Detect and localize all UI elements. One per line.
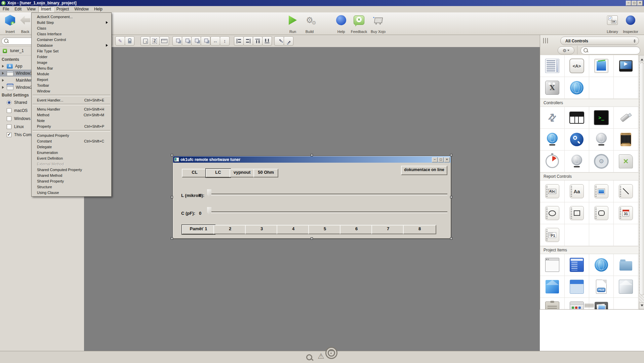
library-item-container-cube[interactable] [565,276,589,298]
menu-item-module[interactable]: Module [32,71,111,77]
library-item-report-picture[interactable] [589,180,614,202]
library-item-report-line[interactable] [614,180,638,202]
library-item-udp-socket[interactable] [589,129,614,151]
space-vertical-button[interactable] [284,36,293,46]
menu-item-class-interface[interactable]: Class Interface [32,31,111,37]
close-button[interactable]: ✕ [637,1,643,6]
library-item-report-label[interactable] [540,180,565,202]
library-item-network-connection[interactable] [565,151,589,172]
menu-item-container-control[interactable]: Container Control [32,37,111,42]
designed-window[interactable]: ok1ufc remote shortwave tuner ─▢✕ CLLCvy… [172,156,451,239]
pencil-button[interactable] [115,36,125,46]
maximize-button[interactable]: ▢ [438,157,444,162]
library-item-plugin[interactable] [540,77,565,99]
library-item-window-item[interactable] [540,254,565,276]
doc-online-button[interactable]: dokumentace on line [401,166,447,175]
menu-item-constant[interactable]: ConstantCtrl+Shift+C [32,138,111,144]
library-item-spotlight-query[interactable] [565,129,589,151]
menu-item-shared-property[interactable]: Shared Property [32,178,111,184]
menu-item-structure[interactable]: Structure [32,184,111,190]
library-item-tcp-socket[interactable] [540,129,565,151]
library-item-listbox-control[interactable] [540,55,565,77]
fit-height-button[interactable] [220,36,230,46]
slider-thumb[interactable] [207,189,211,198]
menu-project[interactable]: Project [54,6,72,12]
align-left-button[interactable] [234,36,244,46]
selection-handle[interactable] [450,154,452,156]
layout-canvas[interactable]: ok1ufc remote shortwave tuner ─▢✕ CLLCvy… [84,47,540,351]
feedback-button[interactable]: Feedback [349,13,369,34]
memory-button-6[interactable]: 6 [340,225,373,234]
tab-add-button[interactable] [140,36,150,46]
mode-button-vypnout[interactable]: vypnout [230,169,254,177]
radio-checked[interactable] [7,100,11,105]
library-gear-button[interactable]: ⚙ [558,46,574,54]
menu-item-enumeration[interactable]: Enumeration [32,150,111,155]
library-item-menu-bar-item[interactable] [565,254,589,276]
scroll-down-button[interactable] [639,302,644,309]
library-item-report-rectangle[interactable] [565,202,589,224]
library-resize-grip[interactable] [585,304,594,307]
close-button[interactable]: ✕ [444,157,450,162]
disclosure-triangle-icon[interactable] [2,79,5,82]
arrange-forward-button[interactable] [191,36,201,46]
align-right-button[interactable] [243,36,253,46]
library-item-web-page[interactable] [589,254,614,276]
menu-item-event-definition[interactable]: Event Definition [32,155,111,161]
selection-handle[interactable] [171,154,173,156]
library-item-shell[interactable] [589,107,614,129]
menu-item-activex-component[interactable]: ActiveX Component... [32,14,111,19]
library-item-report-round-rectangle[interactable] [589,202,614,224]
menu-item-using-clause[interactable]: Using Clause [32,190,111,195]
tab-order-button[interactable] [150,36,160,46]
menu-item-build-step[interactable]: Build Step [32,19,111,25]
search-icon[interactable] [306,354,312,360]
build-button[interactable]: Build [300,13,319,34]
checkbox-checked[interactable]: ✓ [7,132,11,137]
lock-button[interactable] [125,36,134,46]
disclosure-triangle-icon[interactable] [2,72,5,75]
mode-button-cl[interactable]: CL [182,169,207,177]
menu-item-delegate[interactable]: Delegate [32,144,111,150]
checkbox-unchecked[interactable] [7,116,11,121]
buy-xojo-button[interactable]: Buy Xojo [368,13,388,34]
menu-view[interactable]: View [24,6,38,12]
library-item-serial-device[interactable] [614,107,638,129]
menu-help[interactable]: Help [91,6,105,12]
disclosure-triangle-icon[interactable] [2,86,5,89]
memory-button-1[interactable]: Paměť 1 [182,225,215,234]
menu-file[interactable]: File [0,6,12,12]
selection-handle[interactable] [171,237,173,240]
selection-handle[interactable] [171,196,173,198]
align-bottom-button[interactable] [262,36,272,46]
library-item-copy-files[interactable] [540,298,565,310]
arrange-back-button[interactable] [172,36,182,46]
menu-insert[interactable]: Insert [38,6,54,12]
memory-button-5[interactable]: 5 [308,225,341,234]
memory-button-7[interactable]: 7 [371,225,405,234]
memory-button-2[interactable]: 2 [213,225,247,234]
fit-width-button[interactable] [210,36,220,46]
memory-button-8[interactable]: 8 [403,225,436,234]
library-search-input[interactable] [589,47,638,53]
mode-button-lc[interactable]: LC [206,169,231,177]
scroll-up-button[interactable] [639,55,644,62]
ruler-button[interactable] [159,36,169,46]
menu-window[interactable]: Window [72,6,91,12]
menu-item-folder[interactable]: Folder [32,54,111,59]
library-item-movie-player[interactable] [614,55,638,77]
library-filter-dropdown[interactable]: All Controls [560,37,639,45]
menu-item-note[interactable]: Note [32,118,111,123]
library-item-report-page-number[interactable] [540,224,565,246]
selection-handle[interactable] [311,237,313,240]
slider-track[interactable] [209,194,447,195]
slider-track[interactable] [209,211,447,213]
maximize-button[interactable]: ▢ [632,1,637,6]
selection-handle[interactable] [450,196,452,198]
library-item-timer[interactable] [540,151,565,172]
library-button[interactable]: Library [603,13,622,34]
library-item-data-transfer[interactable] [540,107,565,129]
library-item-report-date-field[interactable] [614,202,638,224]
panel-grip-icon[interactable] [543,38,549,43]
memory-button-4[interactable]: 4 [277,225,310,234]
